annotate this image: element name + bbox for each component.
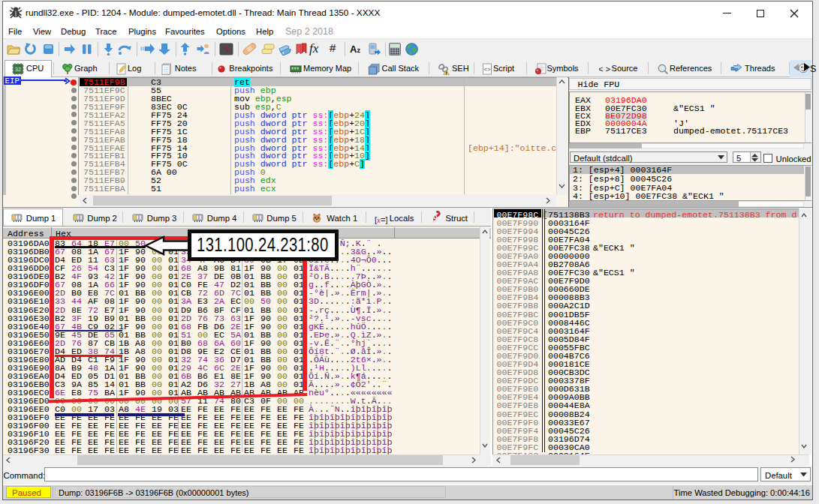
- svg-text:< >: < >: [599, 64, 611, 74]
- svg-text:<>: <>: [483, 66, 491, 73]
- svg-text:32: 32: [15, 66, 21, 73]
- svg-text:S: S: [224, 44, 229, 55]
